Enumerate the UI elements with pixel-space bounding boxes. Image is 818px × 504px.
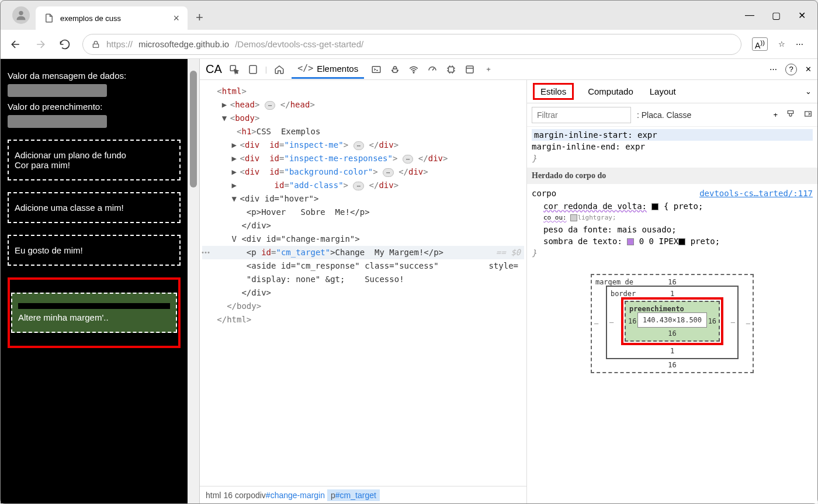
forward-button[interactable]: [33, 37, 47, 51]
class-toggle-label[interactable]: : Placa. Classe: [637, 110, 691, 120]
refresh-button[interactable]: [58, 37, 72, 51]
devtools-caption: CA: [206, 62, 222, 76]
tab-styles[interactable]: Estilos: [533, 83, 574, 100]
style-rule-highlighted[interactable]: margin-inline-start: expr: [532, 129, 813, 141]
demo-box-hover[interactable]: Eu gosto de mim!: [8, 235, 181, 266]
styles-filter-input[interactable]: [532, 107, 631, 123]
highlight-padding: preenchimento 16 16 16 140.430×18.500: [621, 297, 723, 345]
page-scrollbar[interactable]: [188, 59, 199, 503]
close-tab-icon[interactable]: ×: [173, 12, 179, 25]
svg-rect-10: [466, 66, 473, 73]
more-menu-icon[interactable]: ⋯: [796, 40, 803, 48]
demo-box-change-margin[interactable]: Altere minha margem'..: [11, 293, 177, 333]
tab-layout[interactable]: Layout: [647, 83, 678, 100]
titlebar: exemplos de cuss × + — ▢ ✕: [1, 1, 817, 30]
open-panel-icon[interactable]: [803, 109, 813, 120]
address-bar: https://microsoftedge.github.io/Demos/de…: [1, 30, 817, 59]
sources-icon[interactable]: [389, 63, 401, 76]
svg-point-0: [19, 11, 23, 15]
data-value-label: Valor da mensagem de dados:: [8, 71, 181, 81]
tab-computed[interactable]: Computado: [585, 83, 636, 100]
styles-panel: Estilos Computado Layout ⌄ : Placa. Clas…: [527, 80, 817, 503]
inspect-icon[interactable]: [228, 63, 241, 76]
crumb-body[interactable]: 16 corpodiv#change-margin: [223, 491, 325, 500]
application-icon[interactable]: [463, 63, 476, 76]
new-tab-button[interactable]: +: [196, 10, 203, 25]
help-icon[interactable]: ?: [785, 64, 797, 75]
maximize-button[interactable]: ▢: [772, 10, 781, 21]
crumb-html[interactable]: html: [206, 491, 221, 500]
inherited-header: Herdado do corpo do: [527, 168, 817, 184]
read-aloud-icon[interactable]: A)): [752, 37, 768, 51]
new-style-rule-icon[interactable]: +: [773, 110, 778, 119]
dom-panel: <html> ▶<head> ⋯ </head> ▼<body> <h1>CSS…: [200, 80, 527, 503]
url-input[interactable]: https://microsoftedge.github.io/Demos/de…: [82, 34, 741, 55]
selector[interactable]: corpo: [532, 187, 556, 199]
performance-icon[interactable]: [426, 63, 439, 76]
lock-icon: [91, 40, 100, 49]
rendered-page: Valor da mensagem de dados: Valor do pre…: [1, 59, 188, 503]
favorite-icon[interactable]: ☆: [778, 40, 785, 48]
page-icon: [44, 13, 54, 23]
more-tabs-icon[interactable]: +: [482, 63, 495, 76]
memory-icon[interactable]: [445, 63, 457, 76]
close-window-button[interactable]: ✕: [798, 10, 806, 21]
demo-box-background[interactable]: Adicionar um plano de fundo Cor para mim…: [8, 140, 181, 180]
paint-brush-icon[interactable]: [786, 109, 795, 120]
svg-point-5: [394, 66, 397, 69]
profile-icon[interactable]: [12, 6, 30, 24]
url-protocol: https://: [106, 39, 133, 49]
svg-rect-3: [249, 65, 257, 74]
selected-dom-node[interactable]: <p id="cm_target">Change My Margem!</p>=…: [202, 246, 524, 259]
tab-title: exemplos de cuss: [60, 14, 121, 23]
minimize-button[interactable]: —: [745, 10, 754, 21]
svg-point-7: [397, 69, 398, 71]
network-icon[interactable]: [407, 63, 420, 76]
padding-value-label: Valor do preenchimento:: [8, 102, 181, 112]
svg-point-6: [392, 69, 393, 71]
source-link[interactable]: devtools-cs…tarted/:117: [699, 187, 813, 199]
back-button[interactable]: [9, 37, 23, 51]
svg-rect-9: [449, 67, 454, 72]
browser-tab[interactable]: exemplos de cuss ×: [36, 6, 188, 30]
dom-tree[interactable]: <html> ▶<head> ⋯ </head> ▼<body> <h1>CSS…: [200, 80, 526, 486]
devtools-more-icon[interactable]: ⋯: [770, 65, 777, 74]
url-host: microsoftedge.github.io: [138, 39, 229, 49]
svg-point-8: [413, 72, 414, 73]
tab-elements[interactable]: </> Elementos: [292, 60, 364, 79]
demo-box-addclass[interactable]: Adicione uma classe a mim!: [8, 192, 181, 223]
devtools: CA | </> Elementos + ⋯ ? ✕: [199, 59, 817, 503]
welcome-icon[interactable]: [273, 63, 286, 76]
expand-styles-icon[interactable]: ⌄: [805, 87, 812, 96]
padding-value-input[interactable]: [8, 115, 107, 128]
device-toggle-icon[interactable]: [247, 63, 259, 76]
console-icon[interactable]: [370, 63, 383, 76]
data-value-input[interactable]: [8, 84, 107, 97]
svg-rect-4: [372, 66, 380, 72]
devtools-close-icon[interactable]: ✕: [805, 65, 812, 74]
box-model[interactable]: margem de 16 16 – – border 1 1 –: [532, 262, 813, 385]
dom-breadcrumb[interactable]: html 16 corpodiv#change-margin p#cm_targ…: [200, 486, 526, 503]
devtools-toolbar: CA | </> Elementos + ⋯ ? ✕: [200, 59, 817, 80]
url-path: /Demos/devtools-css-get-started/: [235, 39, 363, 49]
highlight-selected-element: Altere minha margem'..: [8, 277, 181, 348]
crumb-selected[interactable]: p#cm_target: [327, 489, 380, 501]
svg-rect-1: [93, 44, 98, 47]
